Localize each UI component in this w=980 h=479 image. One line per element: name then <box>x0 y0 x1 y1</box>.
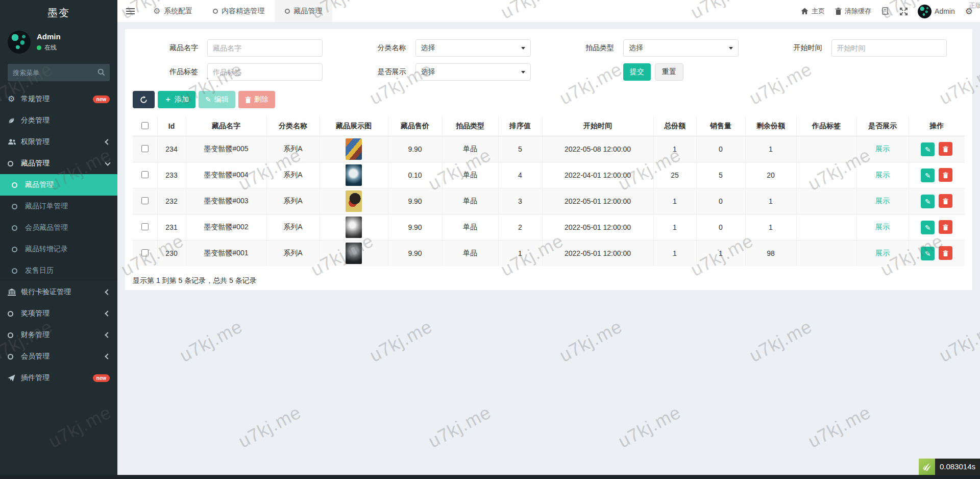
tab-content-featured[interactable]: 内容精选管理 <box>203 0 275 22</box>
top-navbar: ⚙ 系统配置 内容精选管理 藏品管理 主页 清除缓存 Admin ⚙ <box>117 0 980 23</box>
sidebar-item-collection[interactable]: 藏品管理 <box>0 153 117 174</box>
row-edit-button[interactable]: ✎ <box>921 221 935 234</box>
chevron-left-icon <box>105 332 110 338</box>
menu-search-input[interactable] <box>8 64 110 81</box>
leaf-icon <box>8 117 21 125</box>
sidebar-subitem-sale-calendar[interactable]: 发售日历 <box>0 260 117 281</box>
sidebar-toggle-icon[interactable] <box>117 0 143 22</box>
topbar-user[interactable]: Admin <box>918 5 955 18</box>
collection-thumbnail[interactable] <box>346 190 362 212</box>
cell-type: 单品 <box>442 241 498 267</box>
row-edit-button[interactable]: ✎ <box>921 195 935 208</box>
circle-icon <box>12 204 25 209</box>
user-avatar <box>918 5 932 18</box>
collection-name-input[interactable] <box>207 39 323 57</box>
tab-collection-manage[interactable]: 藏品管理 <box>275 0 332 22</box>
search-icon[interactable] <box>97 68 105 76</box>
cell-total: 1 <box>653 136 696 162</box>
row-delete-button[interactable] <box>939 142 952 156</box>
sidebar-subitem-collection-manage[interactable]: 藏品管理 <box>0 174 117 196</box>
paper-plane-icon <box>8 374 21 382</box>
fullscreen-icon[interactable] <box>900 8 908 15</box>
circle-icon <box>8 161 21 166</box>
trash-icon <box>943 250 948 256</box>
tab-system-config[interactable]: ⚙ 系统配置 <box>143 0 203 22</box>
sidebar-item-awards[interactable]: 奖项管理 <box>0 303 117 324</box>
cell-sold: 0 <box>696 214 745 241</box>
user-avatar[interactable] <box>8 31 31 54</box>
clear-cache-link[interactable]: 清除缓存 <box>835 7 871 16</box>
row-delete-button[interactable] <box>939 246 952 260</box>
auction-type-select[interactable]: 选择 <box>623 39 739 57</box>
caret-down-icon <box>521 71 525 74</box>
column-header: 分类名称 <box>266 116 320 136</box>
sidebar-subitem-transfer-records[interactable]: 藏品转增记录 <box>0 238 117 260</box>
row-checkbox[interactable] <box>141 197 149 204</box>
sidebar-menu: ⚙ 常规管理 new 分类管理 权限管理 藏品管理 藏品管理 <box>0 88 117 389</box>
reset-button[interactable]: 重置 <box>655 63 683 81</box>
collection-thumbnail[interactable] <box>346 217 362 238</box>
row-edit-button[interactable]: ✎ <box>921 247 935 260</box>
show-status-link[interactable]: 展示 <box>875 249 890 257</box>
sidebar-item-category[interactable]: 分类管理 <box>0 110 117 131</box>
edit-button[interactable]: ✎编辑 <box>199 91 235 108</box>
cell-sold: 5 <box>696 162 745 188</box>
row-checkbox[interactable] <box>141 171 149 178</box>
category-select[interactable]: 选择 <box>415 39 531 57</box>
pencil-icon: ✎ <box>925 224 931 232</box>
row-delete-button[interactable] <box>939 194 952 208</box>
sidebar-item-finance[interactable]: 财务管理 <box>0 324 117 346</box>
is-show-select[interactable]: 选择 <box>415 63 531 81</box>
collection-thumbnail[interactable] <box>346 164 362 186</box>
show-status-link[interactable]: 展示 <box>875 171 890 179</box>
cell-tag <box>796 241 856 267</box>
show-status-link[interactable]: 展示 <box>875 145 890 153</box>
sidebar-subitem-collection-orders[interactable]: 藏品订单管理 <box>0 196 117 217</box>
log-icon[interactable] <box>881 7 890 15</box>
row-delete-button[interactable] <box>939 220 952 234</box>
bank-icon <box>8 289 21 296</box>
refresh-icon <box>140 96 148 104</box>
row-edit-button[interactable]: ✎ <box>921 169 935 182</box>
column-header: 开始时间 <box>542 116 653 136</box>
pencil-icon: ✎ <box>205 95 211 104</box>
collection-thumbnail[interactable] <box>346 243 362 264</box>
sidebar-item-general[interactable]: ⚙ 常规管理 new <box>0 88 117 110</box>
delete-button[interactable]: 删除 <box>238 91 275 108</box>
thinkphp-leaf-icon[interactable] <box>919 459 935 475</box>
sidebar-item-plugins[interactable]: 插件管理 new <box>0 367 117 389</box>
settings-cogs-icon[interactable]: ⚙ <box>965 7 973 16</box>
row-checkbox[interactable] <box>141 145 149 152</box>
cell-start-time: 2022-04-01 12:00:00 <box>542 162 653 188</box>
sidebar-item-permission[interactable]: 权限管理 <box>0 131 117 153</box>
home-link[interactable]: 主页 <box>801 7 825 16</box>
row-delete-button[interactable] <box>939 168 952 182</box>
field-label: 开始时间 <box>757 43 822 53</box>
sidebar: 墨变 Admin 在线 ⚙ 常规管理 new 分类管理 <box>0 0 117 479</box>
row-edit-button[interactable]: ✎ <box>921 142 935 156</box>
row-checkbox[interactable] <box>141 223 149 230</box>
row-checkbox[interactable] <box>141 249 149 256</box>
show-status-link[interactable]: 展示 <box>875 197 890 205</box>
submit-button[interactable]: 提交 <box>623 63 651 81</box>
cell-price: 9.90 <box>388 241 442 267</box>
select-all-checkbox[interactable] <box>141 122 149 129</box>
refresh-button[interactable] <box>133 91 155 108</box>
sidebar-item-bankcard[interactable]: 银行卡验证管理 <box>0 281 117 303</box>
sidebar-subitem-member-collections[interactable]: 会员藏品管理 <box>0 217 117 238</box>
trash-icon <box>943 198 948 204</box>
online-status-icon <box>37 45 41 50</box>
sidebar-item-members[interactable]: 会员管理 <box>0 346 117 367</box>
table-row: 230 墨变骷髅#001 系列A 9.90 单品 1 2022-05-01 12… <box>133 241 965 267</box>
add-button[interactable]: ＋添加 <box>158 91 195 108</box>
pencil-icon: ✎ <box>925 198 931 206</box>
cell-category: 系列A <box>266 214 320 241</box>
field-label: 藏品名字 <box>133 43 198 53</box>
trash-icon <box>943 172 948 178</box>
start-time-input[interactable] <box>831 39 947 57</box>
cell-total: 1 <box>653 214 696 241</box>
show-status-link[interactable]: 展示 <box>875 223 890 231</box>
cell-name: 墨变骷髅#001 <box>186 241 266 267</box>
work-tag-input[interactable] <box>207 63 323 81</box>
collection-thumbnail[interactable] <box>346 138 362 160</box>
